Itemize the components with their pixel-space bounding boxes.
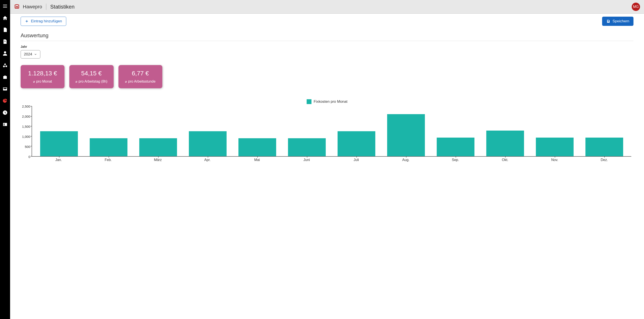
shapes-icon: [2, 63, 8, 68]
stat-card-month: 1.128,13 € ⌀pro Monat: [20, 65, 64, 88]
nav-inbox[interactable]: [0, 85, 10, 93]
nav-time[interactable]: [0, 109, 10, 117]
x-label: Okt.: [480, 157, 530, 163]
stat-card-hour: 6,77 € ⌀pro Arbeitsstunde: [118, 65, 162, 88]
x-label: Sep.: [430, 157, 480, 163]
nav-shapes[interactable]: [0, 61, 10, 69]
user-icon: [2, 51, 8, 56]
add-entry-label: Eintrag hinzufügen: [31, 19, 62, 23]
nav-invoices[interactable]: [0, 38, 10, 45]
pie-chart-icon: [2, 98, 8, 103]
topbar: Hawepro Statistiken MG: [10, 0, 644, 13]
year-select[interactable]: 2024: [20, 50, 40, 58]
x-label: Apr.: [183, 157, 232, 163]
page-title: Statistiken: [50, 4, 74, 10]
x-label: Juli: [332, 157, 381, 163]
bar[interactable]: [338, 131, 375, 156]
nav-home[interactable]: [0, 14, 10, 22]
y-tick: 0: [20, 155, 30, 159]
chart-legend: Fixkosten pro Monat: [20, 99, 634, 104]
y-tick: 2,500: [20, 104, 30, 108]
brand-logo-icon: [14, 3, 20, 10]
bar[interactable]: [40, 131, 78, 156]
card-label: pro Arbeitsstunde: [128, 79, 156, 83]
menu-toggle[interactable]: [0, 2, 10, 10]
contact-card-icon: [2, 122, 8, 127]
card-value: 6,77 €: [124, 70, 156, 77]
stat-card-workday: 54,15 € ⌀pro Arbeitstag (8h): [69, 65, 114, 88]
legend-label: Fixkosten pro Monat: [314, 99, 348, 104]
bar[interactable]: [536, 138, 574, 156]
plus-icon: [25, 19, 29, 23]
bar[interactable]: [189, 131, 226, 156]
bar[interactable]: [387, 114, 425, 156]
nav-documents[interactable]: [0, 26, 10, 34]
inbox-icon: [2, 86, 8, 92]
stat-cards: 1.128,13 € ⌀pro Monat 54,15 € ⌀pro Arbei…: [20, 65, 634, 88]
y-tick: 2,000: [20, 115, 30, 118]
y-tick: 1,000: [20, 135, 30, 138]
average-icon: ⌀: [33, 80, 35, 83]
save-label: Speichern: [612, 19, 629, 23]
save-button[interactable]: Speichern: [602, 17, 634, 26]
x-label: Nov.: [530, 157, 580, 163]
bar[interactable]: [486, 131, 524, 156]
clock-icon: [2, 110, 8, 115]
add-entry-button[interactable]: Eintrag hinzufügen: [20, 17, 66, 26]
y-tick: 1,500: [20, 125, 30, 128]
invoice-icon: [2, 39, 8, 44]
x-label: Aug.: [381, 157, 430, 163]
section-title: Auswertung: [20, 32, 634, 41]
y-tick: 500: [20, 145, 30, 149]
brand-name: Hawepro: [23, 4, 42, 10]
bar[interactable]: [90, 138, 128, 156]
bar[interactable]: [238, 138, 276, 156]
x-label: März: [133, 157, 182, 163]
bar[interactable]: [139, 138, 177, 156]
chevron-down-icon: [34, 53, 37, 56]
hamburger-icon: [2, 3, 8, 9]
x-label: Mai: [232, 157, 282, 163]
average-icon: ⌀: [76, 80, 77, 83]
toolbox-icon: [2, 74, 8, 80]
nav-contacts[interactable]: [0, 120, 10, 128]
average-icon: ⌀: [125, 80, 127, 83]
nav-toolbox[interactable]: [0, 73, 10, 81]
bar[interactable]: [586, 138, 623, 156]
card-label: pro Arbeitstag (8h): [78, 79, 108, 83]
bar[interactable]: [288, 138, 326, 156]
legend-swatch: [307, 99, 312, 104]
nav-customers[interactable]: [0, 49, 10, 57]
bar[interactable]: [437, 138, 474, 156]
card-label: pro Monat: [36, 79, 52, 83]
bar-chart: 05001,0001,5002,0002,500 Jan.Feb.MärzApr…: [32, 106, 631, 163]
document-icon: [2, 27, 8, 32]
nav-statistics[interactable]: [0, 97, 10, 105]
x-label: Jan.: [34, 157, 83, 163]
x-label: Feb.: [83, 157, 133, 163]
year-value: 2024: [24, 52, 32, 56]
save-icon: [606, 19, 610, 23]
sidebar: [0, 0, 10, 319]
home-icon: [2, 15, 8, 20]
card-value: 54,15 €: [76, 70, 108, 77]
avatar[interactable]: MG: [632, 3, 640, 11]
year-label: Jahr: [20, 45, 634, 48]
x-label: Juni: [282, 157, 332, 163]
card-value: 1.128,13 €: [27, 70, 58, 77]
title-divider: [46, 4, 46, 10]
x-label: Dez.: [580, 157, 629, 163]
